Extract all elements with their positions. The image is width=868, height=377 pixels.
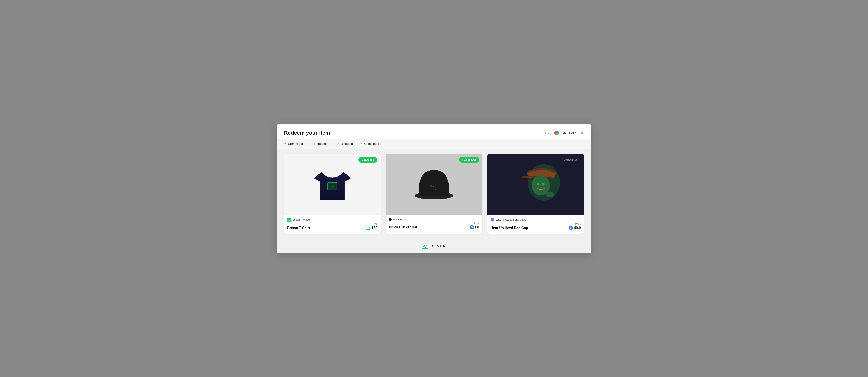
svg-point-13 [537,183,539,185]
card-seller-wldf: WLDFNGZ by Fang Gang [491,218,581,221]
card-price-hat: $ 60 [470,225,479,229]
price-label-hat: Price [470,222,479,225]
filter-completed-label: Completed [364,142,379,145]
card-name-hat: Blvck Bucket Hat [389,225,417,229]
card-name-tshirt: Boson T-Shirt [287,226,310,230]
card-name-cap: Hear Us Howl Dad Cap [491,226,528,230]
svg-point-14 [542,183,545,185]
seller-name-wldf: WLDFNGZ by Fang Gang [496,218,526,221]
card-row-tshirt: Boson T-Shirt Price 150 [287,222,377,230]
modal: Redeem your item 0xf7...F247 × ✓ Committ… [277,124,591,253]
wallet-address-text: 0xf7...F247 [561,131,576,135]
boson-token-icon-cap: $ [569,226,573,230]
card-row-hat: Blvck Bucket Hat Price $ 60 [389,222,479,229]
card-row-cap: Hear Us Howl Dad Cap Price $ 49.9 [491,222,581,230]
close-button[interactable]: × [580,130,584,136]
svg-text:PARIS: PARIS [430,188,438,191]
wallet-address[interactable]: 0xf7...F247 [554,131,576,135]
card-boson-tshirt: ⬡⬡ Cancelled Boson Protocol Boson T-Shir… [284,154,381,234]
redeemed-check-icon: ✓ [310,142,313,146]
svg-text:⬡⬡: ⬡⬡ [331,186,334,187]
filter-disputed-label: Disputed [341,142,353,145]
card-image-hat: BLVCK PARIS Redeemed [385,154,482,215]
boson-logo: BOSON [422,244,446,249]
boson-token-icon-hat: $ [470,225,474,229]
card-image-cap: Completed [487,154,584,215]
tshirt-image: ⬡⬡ [310,162,355,207]
cards-area: ⬡⬡ Cancelled Boson Protocol Boson T-Shir… [277,149,591,240]
price-label-cap: Price [569,222,581,226]
committed-check-icon: ✓ [284,142,287,146]
hat-image: BLVCK PARIS [409,164,459,205]
filter-committed-label: Committed [288,142,303,145]
card-info-cap: WLDFNGZ by Fang Gang Hear Us Howl Dad Ca… [487,215,584,234]
filter-bar: ✓ Committed ✓ Redeemed ✓ Disputed ✓ Comp… [277,139,591,149]
card-image-tshirt: ⬡⬡ Cancelled [284,154,381,215]
boson-seller-icon [287,218,291,221]
svg-text:BLVCK: BLVCK [429,185,439,187]
seller-name-blvck: Blvck Paris [393,218,406,221]
card-seller-boson: Boson Protocol [287,218,377,221]
card-info-hat: Blvck Paris Blvck Bucket Hat Price $ 60 [385,215,482,233]
price-value-hat: 60 [475,225,479,229]
card-blvck-hat: BLVCK PARIS Redeemed Blvck Paris Blvck B… [385,154,482,234]
filter-redeemed-label: Redeemed [314,142,329,145]
modal-header: Redeem your item 0xf7...F247 × [277,124,591,139]
filter-disputed[interactable]: ✓ Disputed [337,142,353,146]
card-price-wrap-cap: Price $ 49.9 [569,222,581,230]
card-seller-blvck: Blvck Paris [389,218,479,221]
card-info-tshirt: Boson Protocol Boson T-Shirt Price [284,215,381,234]
svg-point-15 [546,191,554,198]
card-price-wrap-hat: Price $ 60 [470,222,479,229]
filter-committed[interactable]: ✓ Committed [284,142,303,146]
wallet-avatar-icon [554,131,559,135]
svg-rect-1 [548,133,549,134]
page-title: Redeem your item [284,130,330,136]
disputed-check-icon: ✓ [337,142,339,146]
filter-completed[interactable]: ✓ Completed [360,142,379,146]
footer: BOSON [277,240,591,253]
card-howl-cap: Completed WLDFNGZ by Fang Gang Hear Us H… [487,154,584,234]
svg-marker-17 [424,246,426,247]
blvck-seller-icon [389,218,392,221]
filter-redeemed[interactable]: ✓ Redeemed [310,142,329,146]
card-price-tshirt: 150 [366,226,377,230]
card-price-wrap-tshirt: Price 150 [366,222,377,230]
wldf-seller-icon [491,218,494,221]
card-price-cap: $ 49.9 [569,226,581,230]
svg-marker-5 [288,219,290,220]
seller-name-boson: Boson Protocol [292,218,310,221]
price-value-cap: 49.9 [574,226,581,230]
completed-check-icon: ✓ [360,142,363,146]
character-image [487,154,584,215]
card-badge-completed: Completed [561,157,581,163]
price-label-tshirt: Price [366,222,377,226]
boson-pixel-icon [366,226,370,230]
card-badge-redeemed: Redeemed [459,157,479,163]
wallet-icon[interactable] [544,130,551,136]
card-badge-cancelled: Cancelled [359,157,377,163]
header-right: 0xf7...F247 × [544,130,584,136]
boson-logo-text: BOSON [431,244,446,248]
boson-logo-icon [422,244,429,249]
price-value-tshirt: 150 [372,226,377,230]
